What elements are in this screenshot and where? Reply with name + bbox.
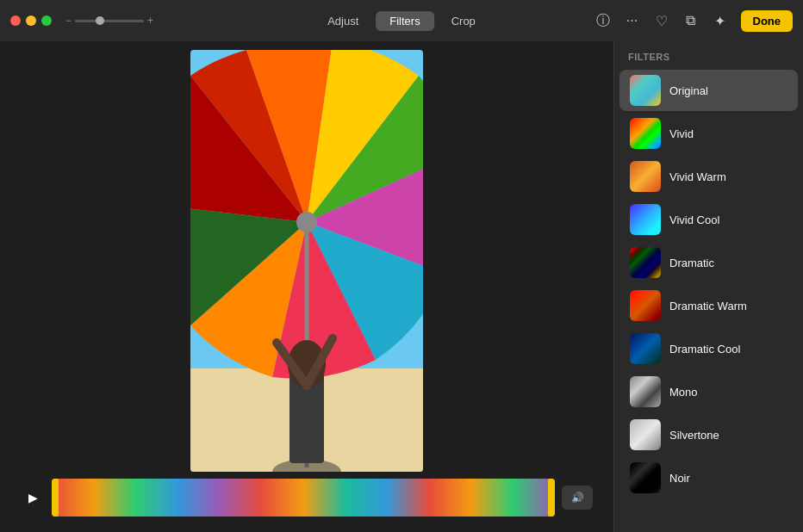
filter-thumb-dramatic [630,247,661,278]
filter-item-vivid-cool[interactable]: Vivid Cool [619,199,798,240]
timeline-frame [261,479,303,517]
filter-label-original: Original [669,84,708,97]
filter-thumb-silvertone [630,419,661,450]
timeline-frame [345,479,388,517]
timeline-handle-left[interactable] [52,479,59,517]
filter-label-vivid-warm: Vivid Warm [669,170,726,183]
timeline-frame [387,479,429,517]
traffic-lights [10,15,52,26]
play-button[interactable]: ▶ [21,486,45,510]
more-icon[interactable]: ··· [624,12,641,29]
image-container [17,50,596,472]
brightness-plus-icon: + [147,15,153,27]
timeline-area: ▶ [17,472,596,523]
magic-icon[interactable]: ✦ [712,12,729,29]
toolbar-right: ⓘ ··· ♡ ⧉ ✦ Done [594,10,794,32]
filter-item-dramatic-cool[interactable]: Dramatic Cool [619,328,798,369]
toolbar-center: Adjust Filters Crop [314,11,489,31]
filter-thumb-dramatic-cool [630,333,661,364]
filter-label-noir: Noir [669,472,690,485]
timeline-frame [220,479,262,517]
filters-sidebar: FILTERS Original Vivid Vivid Warm Vivid … [613,41,803,532]
filter-item-vivid-warm[interactable]: Vivid Warm [619,156,798,197]
filter-item-dramatic-warm[interactable]: Dramatic Warm [619,285,798,326]
filter-item-dramatic[interactable]: Dramatic [619,242,798,283]
filter-thumb-mono [630,376,661,407]
filter-label-vivid-cool: Vivid Cool [669,213,719,226]
heart-icon[interactable]: ♡ [653,12,670,29]
filter-thumb-dramatic-warm [630,290,661,321]
adjust-button[interactable]: Adjust [314,11,372,31]
filters-title: FILTERS [614,52,803,69]
filter-item-mono[interactable]: Mono [619,371,798,412]
filter-label-dramatic: Dramatic [669,257,714,269]
brightness-minus-icon: − [65,15,72,27]
filter-label-silvertone: Silvertone [669,429,719,442]
filter-item-noir[interactable]: Noir [619,457,798,498]
titlebar: − + Adjust Filters Crop ⓘ ··· ♡ ⧉ ✦ Done [0,0,803,41]
filters-button[interactable]: Filters [376,11,433,31]
timeline-frame [471,479,514,517]
filter-thumb-vivid [630,118,661,149]
minimize-button[interactable] [26,15,36,26]
filter-label-dramatic-cool: Dramatic Cool [669,343,740,356]
photo-svg [190,50,423,472]
timeline-frames [52,479,555,517]
timeline-frame [135,479,177,517]
maximize-button[interactable] [41,15,52,26]
image-preview [190,50,423,472]
main-content: ▶ [0,41,803,532]
timeline-handle-right[interactable] [548,479,555,517]
brightness-slider-thumb[interactable] [96,16,104,25]
filter-item-vivid[interactable]: Vivid [619,113,798,154]
filter-label-mono: Mono [669,386,698,399]
filter-thumb-vivid-cool [630,204,661,235]
filter-label-vivid: Vivid [669,127,694,140]
filter-label-dramatic-warm: Dramatic Warm [669,300,747,312]
timeline-frame [303,479,345,517]
info-icon[interactable]: ⓘ [594,12,612,29]
done-button[interactable]: Done [741,10,794,32]
timeline-frame [429,479,471,517]
volume-button[interactable]: 🔊 [562,486,593,510]
timeline-frame [177,479,220,517]
brightness-slider-track[interactable] [75,20,144,22]
duplicate-icon[interactable]: ⧉ [682,12,700,29]
timeline-frame [94,479,136,517]
brightness-control[interactable]: − + [65,15,153,27]
filter-item-original[interactable]: Original [619,70,798,111]
close-button[interactable] [10,15,21,26]
timeline-strip[interactable] [52,479,555,517]
filter-thumb-noir [630,462,661,493]
crop-button[interactable]: Crop [438,11,489,31]
filter-thumb-original [630,75,661,106]
filter-thumb-vivid-warm [630,161,661,192]
filter-item-silvertone[interactable]: Silvertone [619,414,798,455]
video-area: ▶ [0,41,613,532]
